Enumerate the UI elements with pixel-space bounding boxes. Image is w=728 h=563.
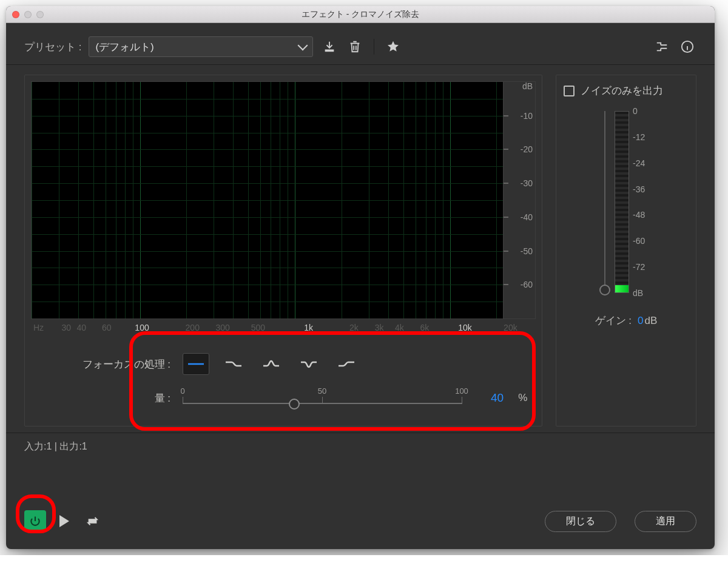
hz-tick: 1k — [304, 323, 313, 332]
chevron-down-icon — [298, 41, 308, 51]
toolbar-divider — [374, 39, 374, 55]
amount-unit: % — [518, 392, 527, 404]
spectrum-graph[interactable] — [31, 81, 503, 319]
noise-only-checkbox[interactable] — [564, 86, 575, 96]
amount-scale-tick: 0 — [180, 386, 184, 396]
hz-tick: 200 — [186, 323, 200, 332]
amount-row: 量 : 050100 40% — [31, 386, 536, 410]
io-readout: 入力:1 | 出力:1 — [24, 440, 696, 453]
gain-slider[interactable] — [599, 111, 611, 299]
gain-label: ゲイン : — [595, 314, 632, 328]
apply-button[interactable]: 適用 — [635, 511, 696, 532]
amount-scale-tick: 50 — [318, 386, 326, 396]
meter-area: 0-12-24-36-48-60-72dB — [599, 111, 653, 299]
power-button[interactable] — [24, 510, 46, 532]
db-tick: -30 — [521, 178, 533, 188]
db-tick: -60 — [521, 280, 533, 289]
hz-tick: 100 — [135, 323, 149, 332]
meter-tick: -48 — [633, 210, 645, 220]
focus-option-shelf-low[interactable] — [220, 353, 247, 375]
main-row: dB -10-20-30-40-50-60 Hz 304060100200300… — [24, 75, 696, 426]
highlight-controls — [129, 331, 536, 431]
hz-tick: 300 — [215, 323, 229, 332]
effect-window: エフェクト - クロマノイズ除去 プリセット : (デフォルト) — [6, 6, 715, 549]
hz-unit: Hz — [33, 323, 44, 332]
gain-unit: dB — [645, 315, 658, 326]
db-tick: -40 — [521, 212, 533, 222]
close-button[interactable]: 閉じる — [545, 511, 616, 532]
routing-icon[interactable] — [653, 38, 671, 55]
delete-preset-button[interactable] — [346, 38, 364, 55]
gain-value[interactable]: 0 — [638, 315, 643, 326]
db-unit: dB — [522, 81, 533, 91]
meter-tick: -60 — [633, 236, 645, 246]
gain-panel: ノイズのみを出力 0-12-24-36-48-60-72dB ゲイン : 0dB — [556, 75, 696, 426]
preset-dropdown[interactable]: (デフォルト) — [89, 36, 313, 57]
gain-readout: ゲイン : 0dB — [595, 314, 658, 328]
meter-scale: 0-12-24-36-48-60-72dB — [633, 111, 653, 293]
meter-tick: 0 — [633, 106, 638, 116]
hz-tick: 10k — [458, 323, 472, 332]
content: dB -10-20-30-40-50-60 Hz 304060100200300… — [6, 65, 715, 510]
preset-label: プリセット : — [24, 40, 81, 54]
db-scale: dB -10-20-30-40-50-60 — [503, 81, 536, 319]
titlebar: エフェクト - クロマノイズ除去 — [6, 6, 715, 23]
meter-tick: -24 — [633, 158, 645, 168]
spectrum-panel: dB -10-20-30-40-50-60 Hz 304060100200300… — [24, 75, 542, 426]
meter-tick: -72 — [633, 262, 645, 272]
hz-tick: 3k — [375, 323, 384, 332]
hz-tick: 60 — [102, 323, 112, 332]
amount-slider-knob[interactable] — [289, 399, 300, 410]
hz-tick: 4k — [395, 323, 404, 332]
hz-tick: 30 — [61, 323, 71, 332]
meter-tick: -36 — [633, 184, 645, 194]
amount-scale-tick: 100 — [455, 386, 468, 396]
hz-scale: Hz 3040601002003005001k2k3k4k6k10k20k — [31, 323, 536, 335]
noise-only-row[interactable]: ノイズのみを出力 — [564, 84, 663, 98]
save-preset-button[interactable] — [320, 38, 339, 55]
gain-slider-knob[interactable] — [599, 285, 610, 295]
focus-row: フォーカスの処理 : — [31, 353, 536, 375]
noise-only-label: ノイズのみを出力 — [581, 84, 663, 98]
focus-option-peak[interactable] — [258, 353, 285, 375]
toolbar: プリセット : (デフォルト) — [6, 23, 715, 65]
db-tick: -20 — [521, 144, 533, 154]
preset-value: (デフォルト) — [95, 40, 153, 54]
focus-option-notch[interactable] — [295, 353, 322, 375]
hz-tick: 6k — [420, 323, 430, 332]
amount-slider[interactable]: 050100 — [183, 386, 462, 410]
loop-button[interactable] — [84, 513, 102, 530]
level-meter — [615, 111, 629, 293]
amount-label: 量 : — [67, 391, 170, 405]
hz-tick: 500 — [251, 323, 265, 332]
meter-fill — [615, 285, 629, 292]
meter-tick: -12 — [633, 132, 645, 142]
footer: 閉じる 適用 — [6, 510, 715, 549]
focus-options — [183, 353, 360, 375]
db-tick: -10 — [521, 111, 533, 121]
amount-value[interactable]: 40 — [491, 391, 504, 405]
hz-tick: 2k — [349, 323, 359, 332]
favorite-button[interactable] — [384, 38, 402, 55]
window-title: エフェクト - クロマノイズ除去 — [6, 9, 715, 20]
hz-tick: 40 — [76, 323, 86, 332]
info-icon[interactable] — [678, 38, 696, 55]
hz-tick: 20k — [504, 323, 517, 332]
separator — [6, 433, 715, 433]
play-button[interactable] — [59, 515, 69, 527]
controls-panel: フォーカスの処理 : 量 : 050100 40% — [31, 342, 536, 421]
focus-label: フォーカスの処理 : — [67, 357, 170, 371]
db-tick: -50 — [521, 246, 533, 256]
focus-option-flat[interactable] — [183, 353, 209, 375]
meter-tick: dB — [633, 288, 643, 298]
focus-option-shelf-high[interactable] — [333, 353, 360, 375]
